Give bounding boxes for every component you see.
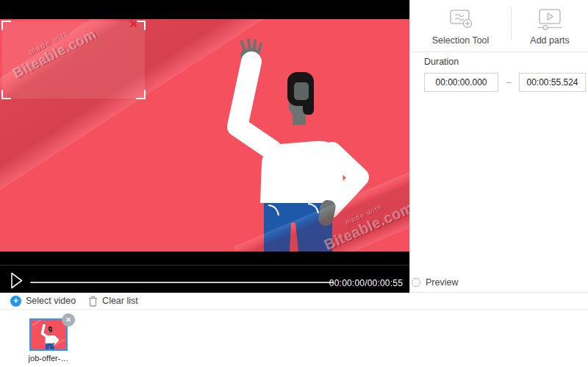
preview-label: Preview — [426, 277, 458, 288]
plus-icon: + — [10, 296, 21, 307]
tools-panel: Selection Tool Add parts Duration — [409, 0, 588, 293]
selection-rectangle[interactable]: ✕ — [2, 21, 145, 99]
video-thumbnail[interactable] — [29, 318, 68, 351]
add-parts-label: Add parts — [530, 35, 570, 46]
remove-thumbnail-icon[interactable]: ✕ — [62, 313, 75, 327]
play-icon — [10, 272, 24, 289]
player-controls: 00:00:00/00:00:55 — [0, 265, 409, 293]
selection-handle-top-left[interactable] — [1, 21, 11, 30]
video-list-section: + Select video Clear list — [0, 293, 588, 367]
tool-buttons-row: Selection Tool Add parts — [410, 0, 588, 52]
video-stage: made with Biteable.com made with Biteabl… — [0, 0, 409, 293]
preview-radio[interactable] — [412, 278, 420, 287]
selection-handle-bottom-right[interactable] — [136, 90, 146, 99]
clear-list-button[interactable]: Clear list — [88, 296, 138, 307]
time-display: 00:00:00/00:00:55 — [329, 278, 403, 288]
duration-range-dash: – — [498, 77, 519, 88]
selection-tool-label: Selection Tool — [432, 35, 490, 46]
selection-tool-button[interactable]: Selection Tool — [410, 0, 511, 51]
preview-option: Preview — [412, 277, 458, 288]
video-list-toolbar: + Select video Clear list — [0, 293, 588, 310]
seek-bar[interactable] — [30, 282, 334, 283]
selection-close-icon[interactable]: ✕ — [129, 19, 138, 29]
add-parts-button[interactable]: Add parts — [512, 0, 588, 51]
duration-start-input[interactable] — [424, 73, 498, 92]
add-parts-icon — [537, 8, 563, 31]
select-video-button[interactable]: + Select video — [10, 296, 76, 307]
selection-tool-icon — [448, 8, 474, 31]
duration-inputs: – — [424, 73, 588, 92]
play-button[interactable] — [10, 272, 24, 289]
trash-icon — [88, 296, 98, 307]
duration-section: Duration – — [410, 52, 588, 92]
duration-end-input[interactable] — [519, 73, 586, 92]
select-video-label: Select video — [26, 296, 76, 306]
thumbnail-filename: job-offer-… — [12, 354, 85, 363]
video-editor-app: made with Biteable.com made with Biteabl… — [0, 0, 588, 367]
selection-handle-bottom-left[interactable] — [1, 90, 11, 99]
video-preview: made with Biteable.com made with Biteabl… — [0, 19, 409, 252]
clear-list-label: Clear list — [102, 296, 138, 306]
duration-label: Duration — [424, 57, 588, 67]
